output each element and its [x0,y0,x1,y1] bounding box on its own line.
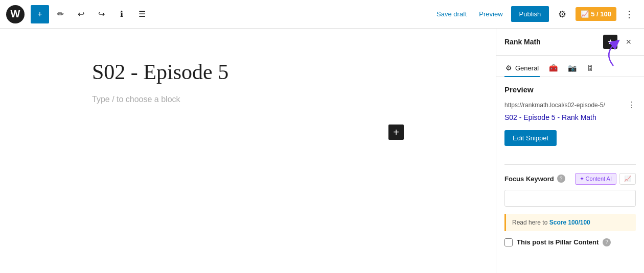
sidebar-content: Preview https://rankmath.local/s02-episo… [496,77,644,273]
focus-keyword-label: Focus Keyword [504,175,554,183]
info-button[interactable]: ℹ [112,5,131,23]
preview-section: Preview https://rankmath.local/s02-episo… [504,85,636,156]
pillar-content-checkbox[interactable] [504,238,513,246]
insert-block-button[interactable]: + [388,125,404,140]
tab-advanced[interactable]: 🎛 [586,60,595,77]
wp-logo[interactable]: W [6,5,25,23]
redo-button[interactable]: ↪ [92,5,110,23]
publish-button[interactable]: Publish [511,6,549,22]
social-icon: 🧰 [549,64,558,72]
edit-snippet-button[interactable]: Edit Snippet [504,130,557,146]
tab-social[interactable]: 🧰 [548,60,559,77]
star-button[interactable]: ★ [603,35,617,49]
post-title[interactable]: S02 - Episode 5 [92,59,404,85]
more-options-button[interactable]: ⋮ [620,7,638,22]
section-divider [504,164,636,165]
focus-keyword-help-icon[interactable]: ? [557,175,565,183]
settings-button[interactable]: ⚙ [553,5,571,23]
focus-keyword-label-wrap: Focus Keyword ? [504,175,565,183]
schema-icon: 📷 [568,64,577,72]
preview-url-row: https://rankmath.local/s02-episode-5/ ⋮ [504,100,636,110]
score-badge[interactable]: 📈 5 / 100 [576,7,616,21]
editor-placeholder[interactable]: Type / to choose a block [92,95,404,104]
tab-general[interactable]: ⚙ General [504,60,540,77]
preview-link[interactable]: S02 - Episode 5 - Rank Math [504,113,636,123]
trend-button[interactable]: 📈 [619,173,636,185]
edit-button[interactable]: ✏ [51,5,70,23]
sidebar-header: Rank Math ★ ✕ [496,29,644,56]
tab-general-label: General [515,64,539,72]
rankmath-sidebar: Rank Math ★ ✕ ⚙ General 🧰 📷 🎛 [496,29,644,273]
preview-url: https://rankmath.local/s02-episode-5/ [504,102,605,109]
sidebar-title: Rank Math [504,38,541,46]
read-here-text: Read here to [512,219,549,226]
undo-button[interactable]: ↩ [72,5,90,23]
editor-content: S02 - Episode 5 Type / to choose a block… [82,59,414,140]
focus-keyword-input[interactable] [504,190,636,207]
tab-schema[interactable]: 📷 [567,60,578,77]
content-ai-button[interactable]: ✦ Content AI [575,173,616,185]
keyword-actions: ✦ Content AI 📈 [575,173,636,185]
preview-button[interactable]: Preview [475,7,507,21]
add-block-button[interactable]: + [31,5,49,23]
score-icon: 📈 [581,10,589,18]
list-view-button[interactable]: ☰ [133,5,151,23]
sidebar-header-icons: ★ ✕ [603,35,636,49]
pillar-content-help-icon[interactable]: ? [603,238,611,246]
read-here-box: Read here to Score 100/100 [504,214,636,231]
sidebar-tabs: ⚙ General 🧰 📷 🎛 [496,56,644,77]
focus-keyword-header: Focus Keyword ? ✦ Content AI 📈 [504,173,636,185]
focus-keyword-section: Focus Keyword ? ✦ Content AI 📈 Read here… [504,173,636,231]
preview-url-options[interactable]: ⋮ [628,100,636,110]
main-area: S02 - Episode 5 Type / to choose a block… [0,29,644,273]
top-toolbar: W + ✏ ↩ ↪ ℹ ☰ Save draft Preview Publish… [0,0,644,29]
advanced-icon: 🎛 [587,64,594,72]
editor-area: S02 - Episode 5 Type / to choose a block… [0,29,496,273]
score-value: 5 / 100 [591,10,611,18]
gear-icon: ⚙ [505,64,512,72]
preview-label: Preview [504,85,636,94]
save-draft-button[interactable]: Save draft [432,7,471,21]
close-sidebar-button[interactable]: ✕ [622,35,636,49]
score-link[interactable]: Score 100/100 [549,219,590,226]
pillar-content-row: This post is Pillar Content ? [504,238,636,246]
pillar-content-label: This post is Pillar Content [517,238,599,246]
